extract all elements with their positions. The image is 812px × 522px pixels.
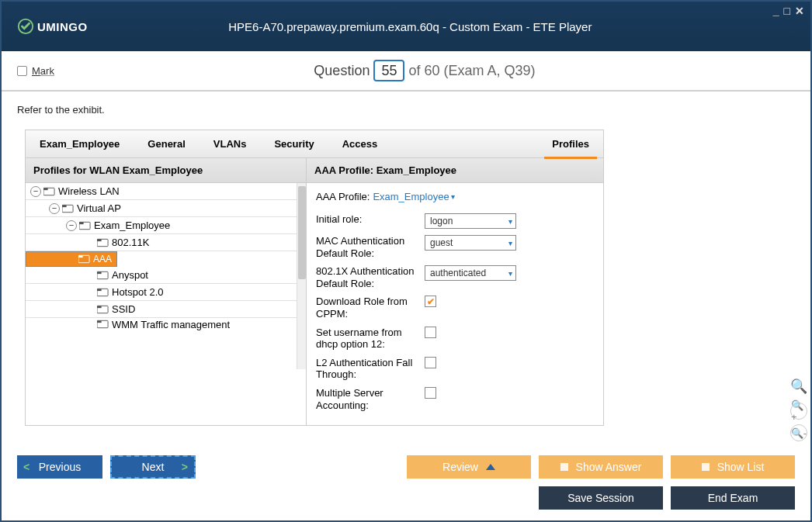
folder-icon	[43, 187, 55, 196]
footer: < Previous Next > Review Show Answer Sho…	[2, 446, 810, 520]
scroll-thumb[interactable]	[298, 186, 306, 279]
svg-rect-18	[97, 320, 102, 323]
question-bar: Mark Question 55 of 60 (Exam A, Q39)	[2, 51, 810, 92]
previous-button[interactable]: < Previous	[17, 455, 102, 479]
brand-text: UMINGO	[37, 20, 88, 33]
chevron-down-icon: ▾	[508, 239, 512, 247]
aaa-profile-panel: AAA Profile: Exam_Employee AAA Profile: …	[307, 158, 603, 425]
svg-rect-16	[97, 306, 102, 308]
aaa-profile-select-line: AAA Profile: Exam_Employee ▾	[316, 191, 594, 202]
exhibit-tabs: Exam_Employee General VLANs Security Acc…	[26, 130, 603, 158]
mark-label: Mark	[32, 65, 54, 77]
footer-row-1: < Previous Next > Review Show Answer Sho…	[17, 455, 795, 479]
tree-item[interactable]: −Wireless LAN	[26, 183, 306, 200]
checkbox[interactable]	[425, 387, 436, 399]
dropdown[interactable]: guest▾	[425, 235, 516, 251]
tab-security[interactable]: Security	[260, 130, 328, 158]
window-controls: _ □ ✕	[773, 5, 804, 17]
tab-general[interactable]: General	[134, 130, 199, 158]
window-title: HPE6-A70.prepaway.premium.exam.60q - Cus…	[88, 20, 795, 33]
footer-row-2: Save Session End Exam	[17, 486, 795, 510]
form-label: Initial role:	[316, 213, 425, 226]
checkbox[interactable]	[425, 357, 436, 368]
aaa-profile-value[interactable]: Exam_Employee	[373, 191, 449, 202]
tree-scrollbar[interactable]	[297, 183, 306, 369]
question-word: Question	[314, 63, 370, 78]
checkmark-icon	[17, 18, 34, 35]
chevron-right-icon: >	[182, 461, 188, 473]
folder-icon	[79, 221, 91, 230]
svg-rect-12	[97, 271, 102, 274]
tab-exam-employee[interactable]: Exam_Employee	[26, 130, 134, 158]
folder-icon	[97, 288, 109, 297]
zoom-out-button[interactable]: 🔍-	[790, 424, 807, 441]
tab-profiles[interactable]: Profiles	[538, 130, 603, 158]
folder-icon	[97, 320, 109, 329]
previous-label: Previous	[39, 461, 81, 473]
magnifier-icon: 🔍	[790, 378, 807, 395]
svg-rect-2	[43, 188, 48, 190]
zoom-in-button[interactable]: 🔍+	[790, 403, 807, 420]
folder-icon	[97, 305, 109, 314]
chevron-down-icon: ▾	[508, 269, 512, 278]
checkbox[interactable]	[425, 296, 436, 307]
form-row: L2 Authentication Fall Through:	[316, 357, 594, 381]
zoom-controls: 🔍 🔍+ 🔍-	[790, 378, 807, 441]
tab-access[interactable]: Access	[328, 130, 392, 158]
dropdown[interactable]: logon▾	[425, 213, 516, 229]
svg-rect-14	[97, 289, 102, 291]
form-row: MAC Authentication Default Role:guest▾	[316, 235, 594, 259]
show-list-label: Show List	[717, 461, 765, 473]
question-indicator: Question 55 of 60 (Exam A, Q39)	[54, 63, 795, 79]
tree-item-label: AAA	[93, 254, 112, 264]
form-label: 802.1X Authentication Default Role:	[316, 265, 425, 289]
collapse-icon[interactable]: −	[66, 220, 77, 231]
form-label: MAC Authentication Default Role:	[316, 235, 425, 259]
collapse-icon[interactable]: −	[49, 203, 60, 214]
aaa-profile-label: AAA Profile:	[316, 191, 370, 202]
collapse-icon[interactable]: −	[30, 186, 41, 197]
dropdown[interactable]: authenticated▾	[425, 265, 516, 281]
show-answer-label: Show Answer	[576, 461, 642, 473]
show-answer-button[interactable]: Show Answer	[539, 455, 663, 479]
form-row: Initial role:logon▾	[316, 213, 594, 229]
next-button[interactable]: Next >	[110, 455, 196, 479]
triangle-up-icon	[486, 464, 495, 470]
square-icon	[702, 463, 710, 471]
show-list-button[interactable]: Show List	[671, 455, 795, 479]
tree-item[interactable]: 802.11K	[26, 234, 306, 251]
tree-item[interactable]: −Exam_Employee	[26, 217, 306, 234]
form-label: Download Role from CPPM:	[316, 296, 425, 320]
minimize-button[interactable]: _	[773, 5, 779, 17]
aaa-header: AAA Profile: Exam_Employee	[307, 158, 603, 183]
form-label: L2 Authentication Fall Through:	[316, 357, 425, 381]
close-button[interactable]: ✕	[795, 5, 804, 17]
tree-item[interactable]: AAA	[26, 251, 117, 267]
review-button[interactable]: Review	[407, 455, 531, 479]
tree-item[interactable]: SSID	[26, 301, 306, 318]
question-of: of 60 (Exam A, Q39)	[408, 63, 535, 78]
tree-item[interactable]: WMM Traffic management	[26, 318, 306, 330]
content-area: Refer to the exhibit. Exam_Employee Gene…	[2, 92, 810, 446]
tree-item[interactable]: Anyspot	[26, 267, 306, 284]
refer-text: Refer to the exhibit.	[17, 104, 795, 116]
mark-checkbox[interactable]: Mark	[17, 65, 54, 77]
tree-item-label: WMM Traffic management	[112, 319, 230, 330]
tab-vlans[interactable]: VLANs	[200, 130, 261, 158]
end-exam-button[interactable]: End Exam	[671, 486, 795, 510]
chevron-down-icon: ▾	[451, 192, 455, 201]
next-label: Next	[142, 461, 165, 473]
form-row: 802.1X Authentication Default Role:authe…	[316, 265, 594, 289]
maximize-button[interactable]: □	[784, 5, 790, 17]
tree-item-label: Anyspot	[112, 269, 148, 281]
svg-rect-6	[79, 222, 84, 224]
tree-item-label: SSID	[112, 303, 135, 315]
folder-icon	[62, 204, 74, 213]
save-session-button[interactable]: Save Session	[539, 486, 663, 510]
question-number: 55	[373, 60, 404, 81]
chevron-left-icon: <	[23, 461, 29, 473]
tree-item[interactable]: −Virtual AP	[26, 200, 306, 217]
checkbox[interactable]	[425, 327, 436, 338]
tree-item[interactable]: Hotspot 2.0	[26, 284, 306, 301]
folder-icon	[78, 254, 90, 264]
